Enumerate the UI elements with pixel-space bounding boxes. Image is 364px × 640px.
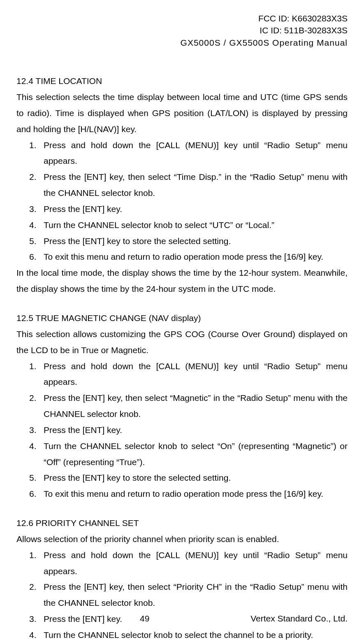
step-number: 4.: [29, 627, 37, 640]
step-item: 2.Press the [ENT] key, then select “Magn…: [31, 390, 348, 422]
page-footer: 49 Vertex Standard Co., Ltd.: [16, 614, 348, 624]
step-item: 1.Press and hold down the [CALL (MENU)] …: [31, 358, 348, 391]
step-text: Press the [ENT] key to store the selecte…: [44, 236, 231, 246]
step-item: 2.Press the [ENT] key, then select “Prio…: [31, 579, 348, 611]
step-text: To exit this menu and return to radio op…: [44, 252, 323, 261]
step-number: 4.: [29, 217, 37, 233]
page-number: 49: [140, 614, 149, 624]
step-text: Press and hold down the [CALL (MENU)] ke…: [44, 550, 348, 576]
fcc-id-line: FCC ID: K6630283X3S: [16, 12, 348, 24]
steps-list-12-5: 1.Press and hold down the [CALL (MENU)] …: [16, 358, 348, 503]
section-intro-12-6: Allows selection of the priority channel…: [16, 531, 348, 547]
step-text: Press and hold down the [CALL (MENU)] ke…: [44, 140, 348, 166]
section-heading-12-6: 12.6 PRIORITY CHANNEL SET: [16, 515, 348, 531]
step-item: 6.To exit this menu and return to radio …: [31, 249, 348, 265]
section-intro-12-5: This selection allows customizing the GP…: [16, 326, 348, 358]
step-item: 2.Press the [ENT] key, then select “Time…: [31, 169, 348, 201]
step-text: Turn the CHANNEL selector knob to select…: [44, 630, 313, 640]
step-number: 6.: [29, 249, 37, 265]
step-text: Turn the CHANNEL selector knob to select…: [44, 441, 348, 467]
step-number: 1.: [29, 547, 37, 563]
step-item: 3.Press the [ENT] key.: [31, 201, 348, 217]
section-heading-12-4: 12.4 TIME LOCATION: [16, 73, 348, 89]
page-header: FCC ID: K6630283X3S IC ID: 511B-30283X3S…: [16, 12, 348, 49]
step-number: 1.: [29, 358, 37, 375]
step-text: Press the [ENT] key, then select “Priori…: [44, 582, 348, 607]
document-page: FCC ID: K6630283X3S IC ID: 511B-30283X3S…: [0, 0, 364, 640]
steps-list-12-6: 1.Press and hold down the [CALL (MENU)] …: [16, 547, 348, 640]
step-number: 2.: [29, 390, 37, 406]
ic-id-line: IC ID: 511B-30283X3S: [16, 24, 348, 36]
step-item: 3.Press the [ENT] key.: [31, 422, 348, 438]
step-item: 4.Turn the CHANNEL selector knob to sele…: [31, 627, 348, 640]
step-item: 5.Press the [ENT] key to store the selec…: [31, 470, 348, 486]
step-number: 5.: [29, 233, 37, 249]
step-number: 3.: [29, 201, 37, 217]
section-heading-12-5: 12.5 TRUE MAGNETIC CHANGE (NAV display): [16, 310, 348, 326]
step-text: To exit this menu and return to radio op…: [44, 489, 323, 498]
step-number: 3.: [29, 422, 37, 438]
step-text: Turn the CHANNEL selector knob to select…: [44, 220, 274, 230]
step-item: 6.To exit this menu and return to radio …: [31, 486, 348, 502]
company-name: Vertex Standard Co., Ltd.: [149, 614, 348, 624]
step-text: Press the [ENT] key, then select “Magnet…: [44, 393, 348, 419]
step-item: 5.Press the [ENT] key to store the selec…: [31, 233, 348, 249]
section-after-12-4: In the local time mode, the display show…: [16, 265, 348, 297]
manual-title-line: GX5000S / GX5500S Operating Manual: [16, 37, 348, 49]
section-intro-12-4: This selection selects the time display …: [16, 89, 348, 137]
step-item: 1.Press and hold down the [CALL (MENU)] …: [31, 547, 348, 579]
step-number: 2.: [29, 579, 37, 595]
step-item: 4.Turn the CHANNEL selector knob to sele…: [31, 217, 348, 233]
step-number: 4.: [29, 438, 37, 454]
step-text: Press and hold down the [CALL (MENU)] ke…: [44, 361, 348, 387]
steps-list-12-4: 1.Press and hold down the [CALL (MENU)] …: [16, 137, 348, 265]
step-number: 1.: [29, 137, 37, 154]
step-number: 5.: [29, 470, 37, 486]
step-text: Press the [ENT] key.: [44, 204, 122, 214]
step-text: Press the [ENT] key, then select “Time D…: [44, 172, 348, 198]
step-number: 2.: [29, 169, 37, 185]
step-number: 6.: [29, 486, 37, 502]
step-item: 4.Turn the CHANNEL selector knob to sele…: [31, 438, 348, 470]
step-text: Press the [ENT] key.: [44, 425, 122, 435]
step-text: Press the [ENT] key to store the selecte…: [44, 473, 231, 482]
step-item: 1.Press and hold down the [CALL (MENU)] …: [31, 137, 348, 170]
